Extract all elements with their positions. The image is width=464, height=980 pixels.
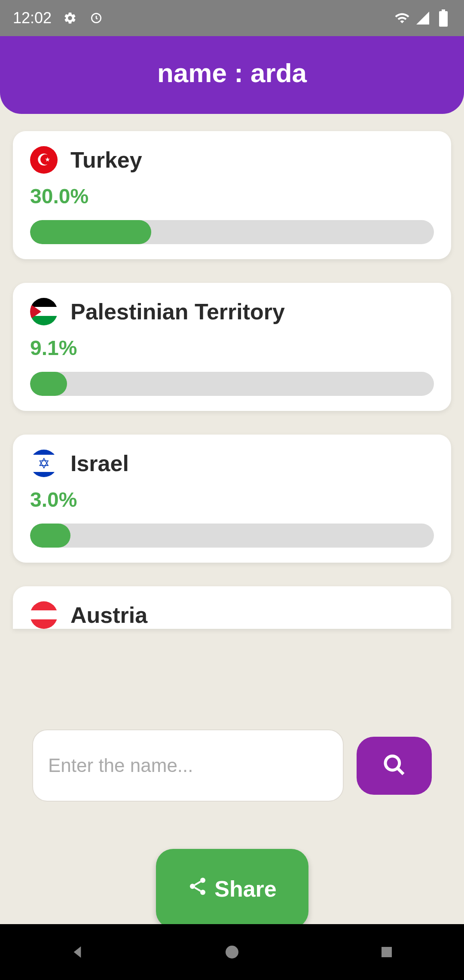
back-button[interactable]: [67, 941, 88, 963]
progress-fill: [30, 220, 151, 244]
status-right: [394, 10, 451, 26]
svg-point-5: [200, 878, 205, 883]
wifi-icon: [394, 10, 410, 26]
search-row: [32, 729, 432, 802]
flag-icon-palestine: [30, 298, 58, 325]
percentage-value: 9.1%: [30, 336, 434, 360]
status-time: 12:02: [13, 9, 52, 27]
recent-button[interactable]: [376, 941, 397, 963]
status-left: 12:02: [13, 9, 104, 27]
progress-bar: [30, 220, 434, 244]
svg-line-9: [195, 882, 201, 885]
flag-icon-israel: [30, 450, 58, 477]
navigation-bar: [0, 924, 464, 980]
svg-point-3: [385, 756, 400, 770]
share-label: Share: [214, 876, 277, 902]
share-button[interactable]: Share: [156, 849, 308, 928]
result-card: Austria: [13, 586, 451, 629]
bottom-section: Share: [0, 729, 464, 928]
home-button[interactable]: [221, 941, 243, 963]
result-card: Palestinian Territory 9.1%: [13, 283, 451, 411]
svg-point-7: [200, 890, 205, 895]
progress-bar: [30, 372, 434, 396]
result-card: Israel 3.0%: [13, 435, 451, 563]
signal-icon: [415, 10, 430, 26]
results-list[interactable]: Turkey 30.0% Palestinian Territory 9.1% …: [0, 114, 464, 737]
percentage-value: 3.0%: [30, 488, 434, 511]
status-bar: 12:02: [0, 0, 464, 36]
svg-point-6: [190, 884, 195, 889]
search-icon: [382, 753, 406, 778]
page-header: name : arda: [0, 36, 464, 114]
share-icon: [187, 876, 208, 902]
country-name: Austria: [70, 602, 147, 628]
flag-icon-turkey: [30, 146, 58, 174]
flag-icon-austria: [30, 601, 58, 629]
svg-rect-2: [442, 9, 445, 11]
settings-icon: [62, 10, 78, 26]
percentage-value: 30.0%: [30, 184, 434, 208]
battery-icon: [436, 10, 451, 26]
svg-rect-1: [439, 11, 448, 27]
svg-rect-11: [382, 947, 392, 957]
result-card: Turkey 30.0%: [13, 131, 451, 259]
search-button[interactable]: [357, 737, 432, 795]
svg-point-10: [226, 946, 238, 959]
svg-line-8: [195, 888, 201, 891]
progress-fill: [30, 372, 67, 396]
page-title: name : arda: [157, 58, 307, 88]
name-input[interactable]: [32, 729, 344, 802]
country-name: Palestinian Territory: [70, 299, 285, 325]
svg-line-4: [397, 768, 403, 774]
progress-fill: [30, 524, 70, 548]
country-name: Israel: [70, 450, 129, 476]
country-name: Turkey: [70, 147, 142, 173]
bug-icon: [89, 10, 104, 26]
progress-bar: [30, 524, 434, 548]
